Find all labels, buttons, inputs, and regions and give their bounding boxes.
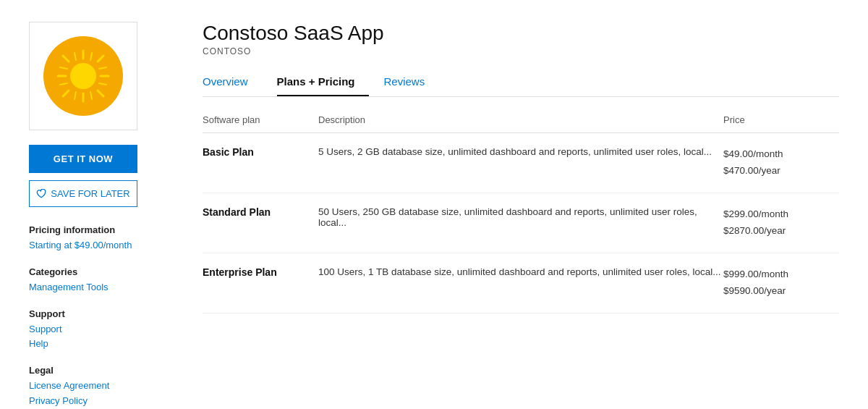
table-row: Basic Plan 5 Users, 2 GB database size, …	[203, 133, 839, 193]
app-logo	[29, 22, 137, 130]
col-header-price: Price	[723, 114, 839, 133]
plan-desc-enterprise: 100 Users, 1 TB database size, unlimited…	[318, 253, 723, 313]
svg-line-9	[75, 53, 76, 60]
help-link[interactable]: Help	[29, 337, 174, 352]
svg-line-15	[75, 92, 76, 99]
plan-name-basic: Basic Plan	[203, 146, 254, 158]
categories-link[interactable]: Management Tools	[29, 280, 174, 295]
plan-price-enterprise: $999.00/month $9590.00/year	[723, 253, 839, 313]
svg-line-5	[63, 56, 69, 62]
pricing-info-link[interactable]: Starting at $49.00/month	[29, 238, 174, 253]
main-content: Constoso SaaS App CONTOSO Overview Plans…	[203, 22, 839, 409]
pricing-info-title: Pricing information	[29, 224, 174, 235]
svg-line-13	[99, 67, 106, 69]
svg-line-8	[63, 90, 69, 96]
heart-icon	[36, 189, 46, 199]
save-for-later-button[interactable]: SAVE FOR LATER	[29, 180, 137, 207]
col-header-description: Description	[318, 114, 723, 133]
privacy-policy-link[interactable]: Privacy Policy	[29, 394, 174, 409]
table-row: Enterprise Plan 100 Users, 1 TB database…	[203, 253, 839, 313]
svg-line-10	[90, 53, 92, 60]
plan-desc-basic: 5 Users, 2 GB database size, unlimited d…	[318, 133, 723, 193]
support-link[interactable]: Support	[29, 322, 174, 337]
logo-circle	[43, 36, 123, 116]
svg-line-7	[98, 56, 103, 62]
app-publisher: CONTOSO	[203, 46, 839, 56]
legal-title: Legal	[29, 365, 174, 376]
legal-section: Legal License Agreement Privacy Policy	[29, 365, 174, 409]
svg-point-0	[70, 63, 96, 89]
categories-section: Categories Management Tools	[29, 266, 174, 295]
svg-line-11	[60, 67, 67, 69]
plan-desc-standard: 50 Users, 250 GB database size, unlimite…	[318, 193, 723, 253]
categories-title: Categories	[29, 266, 174, 277]
pricing-table: Software plan Description Price Basic Pl…	[203, 114, 839, 313]
tab-overview[interactable]: Overview	[203, 68, 263, 96]
tab-reviews[interactable]: Reviews	[383, 68, 439, 96]
svg-line-14	[99, 83, 106, 85]
sidebar: GET IT NOW SAVE FOR LATER Pricing inform…	[29, 22, 174, 409]
plan-name-enterprise: Enterprise Plan	[203, 266, 277, 278]
svg-line-12	[60, 83, 67, 85]
svg-line-16	[90, 92, 92, 99]
pricing-info-section: Pricing information Starting at $49.00/m…	[29, 224, 174, 253]
license-agreement-link[interactable]: License Agreement	[29, 379, 174, 394]
support-section: Support Support Help	[29, 308, 174, 353]
tab-plans-pricing[interactable]: Plans + Pricing	[277, 68, 370, 96]
col-header-plan: Software plan	[203, 114, 318, 133]
tabs-nav: Overview Plans + Pricing Reviews	[203, 68, 839, 97]
table-row: Standard Plan 50 Users, 250 GB database …	[203, 193, 839, 253]
get-it-now-button[interactable]: GET IT NOW	[29, 145, 137, 173]
page-container: GET IT NOW SAVE FOR LATER Pricing inform…	[0, 0, 868, 409]
plan-name-standard: Standard Plan	[203, 206, 271, 218]
plan-price-basic: $49.00/month $470.00/year	[723, 133, 839, 193]
svg-line-6	[98, 90, 103, 96]
sun-icon	[54, 47, 112, 105]
app-title: Constoso SaaS App	[203, 22, 839, 45]
support-title: Support	[29, 308, 174, 319]
plan-price-standard: $299.00/month $2870.00/year	[723, 193, 839, 253]
